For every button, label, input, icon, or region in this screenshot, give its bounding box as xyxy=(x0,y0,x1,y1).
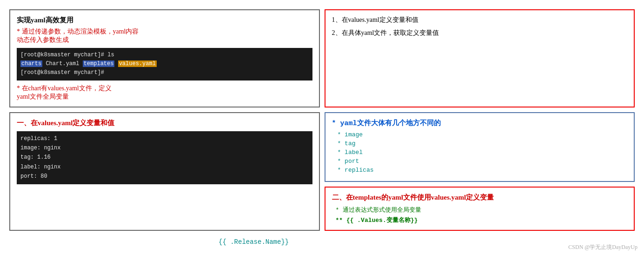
item-tag: * tag xyxy=(338,140,628,147)
br-note1: * 通过表达式形式使用全局变量 xyxy=(336,206,628,214)
terminal-ls-output: charts Chart.yaml templates values.yaml xyxy=(20,60,309,68)
top-left-note1: * 在chart有values.yaml文件，定义 xyxy=(17,84,312,93)
item-label: * label xyxy=(338,149,628,156)
item-port: * port xyxy=(338,158,628,165)
bottom-right-card: 二、在templates的yaml文件使用values.yaml定义变量 * 通… xyxy=(325,187,635,231)
terminal-top-left: [root@k8smaster mychart]# ls charts Char… xyxy=(17,48,312,81)
bl-line5: port: 80 xyxy=(20,172,309,181)
bottom-left-card: 一、在values.yaml定义变量和值 replicas: 1 image: … xyxy=(9,112,320,231)
bottom-note: {{ .Release.Name}} xyxy=(5,235,639,246)
top-left-line2: 动态传入参数生成 xyxy=(17,36,312,44)
bottom-left-title: 一、在values.yaml定义变量和值 xyxy=(17,119,312,128)
terminal-prompt: [root@k8smaster mychart]# ls xyxy=(20,51,309,60)
top-right-line1: 1、在values.yaml定义变量和值 xyxy=(332,16,628,24)
watermark: CSDN @学无止境DayDayUp xyxy=(568,243,637,251)
bl-line4: label: nginx xyxy=(20,162,309,172)
middle-right-title: * yaml文件大体有几个地方不同的 xyxy=(332,119,628,128)
top-left-card: 实现yaml高效复用 * 通过传递参数，动态渲染模板，yaml内容 动态传入参数… xyxy=(9,9,320,107)
charts-highlight: charts xyxy=(20,60,42,67)
top-left-line1: * 通过传递参数，动态渲染模板，yaml内容 xyxy=(17,27,312,36)
bl-line1: replicas: 1 xyxy=(20,134,309,143)
terminal-bottom-left: replicas: 1 image: nginx tag: 1.16 label… xyxy=(17,131,312,184)
item-image: * image xyxy=(338,131,628,138)
bl-line3: tag: 1.16 xyxy=(20,153,309,162)
templates-highlight: templates xyxy=(83,60,115,67)
bottom-right-title: 二、在templates的yaml文件使用values.yaml定义变量 xyxy=(332,193,628,202)
top-right-line2: 2、在具体yaml文件，获取定义变量值 xyxy=(332,29,628,37)
top-right-card: 1、在values.yaml定义变量和值 2、在具体yaml文件，获取定义变量值 xyxy=(325,9,635,107)
bl-line2: image: nginx xyxy=(20,143,309,153)
top-left-note2: yaml文件全局变量 xyxy=(17,93,312,101)
middle-right-card: * yaml文件大体有几个地方不同的 * image * tag * label… xyxy=(325,112,635,182)
item-replicas: * replicas xyxy=(338,167,628,174)
terminal-prompt2: [root@k8smaster mychart]# xyxy=(20,68,309,77)
values-highlight: values.yaml xyxy=(118,60,157,67)
chart-yaml-text: Chart.yaml xyxy=(46,60,79,67)
br-note2: ** {{ .Values.变量名称}} xyxy=(336,216,628,224)
top-left-title: 实现yaml高效复用 xyxy=(17,16,312,25)
